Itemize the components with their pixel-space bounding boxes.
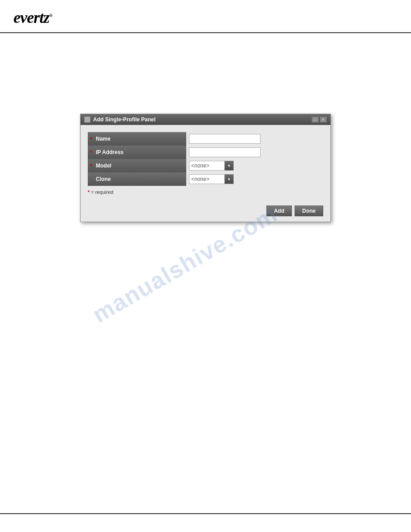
name-input[interactable] <box>189 134 261 144</box>
model-label: * Model <box>88 159 186 172</box>
clone-select-display: <none> <box>189 174 225 184</box>
done-button[interactable]: Done <box>295 206 323 216</box>
ip-address-value-cell <box>186 146 323 159</box>
add-single-profile-dialog: Add Single-Profile Panel □ × * Name <box>80 114 331 222</box>
required-star-legend: * <box>88 189 90 195</box>
required-note: * = required <box>88 189 323 195</box>
name-required-star: * <box>90 136 92 142</box>
dialog-footer: Add Done <box>81 202 330 222</box>
model-select-button[interactable] <box>225 161 234 171</box>
ip-required-star: * <box>90 149 92 156</box>
add-button[interactable]: Add <box>266 206 292 216</box>
registered-mark: ® <box>49 13 52 18</box>
clone-select-wrapper: <none> <box>189 174 321 184</box>
name-value-cell <box>186 132 323 146</box>
name-label: * Name <box>88 132 186 146</box>
clone-label: Clone <box>88 172 186 186</box>
model-row: * Model <none> <box>88 159 323 172</box>
evertz-logo: evertz® <box>13 8 398 27</box>
dialog-body: * Name * IP Address <box>81 125 330 202</box>
model-required-star: * <box>90 163 92 169</box>
footer-line <box>0 513 411 514</box>
dialog-title-text: Add Single-Profile Panel <box>93 116 155 123</box>
dialog-window-controls[interactable]: □ × <box>312 116 327 123</box>
model-select-wrapper: <none> <box>189 161 321 171</box>
dialog-window-icon <box>84 116 90 123</box>
close-button[interactable]: × <box>320 116 327 123</box>
main-content: Add Single-Profile Panel □ × * Name <box>0 33 411 240</box>
ip-address-input[interactable] <box>189 147 261 157</box>
name-row: * Name <box>88 132 323 146</box>
model-value-cell: <none> <box>186 159 323 172</box>
dialog-title-left: Add Single-Profile Panel <box>84 116 155 123</box>
required-note-text: = required <box>91 189 113 195</box>
form-table: * Name * IP Address <box>88 132 323 186</box>
clone-select-button[interactable] <box>225 174 234 184</box>
ip-address-row: * IP Address <box>88 146 323 159</box>
clone-value-cell: <none> <box>186 172 323 186</box>
ip-address-label: * IP Address <box>88 146 186 159</box>
minimize-button[interactable]: □ <box>312 116 319 123</box>
dialog-titlebar: Add Single-Profile Panel □ × <box>81 114 330 125</box>
model-select-display: <none> <box>189 161 225 171</box>
page-header: evertz® <box>0 0 411 33</box>
clone-row: Clone <none> <box>88 172 323 186</box>
